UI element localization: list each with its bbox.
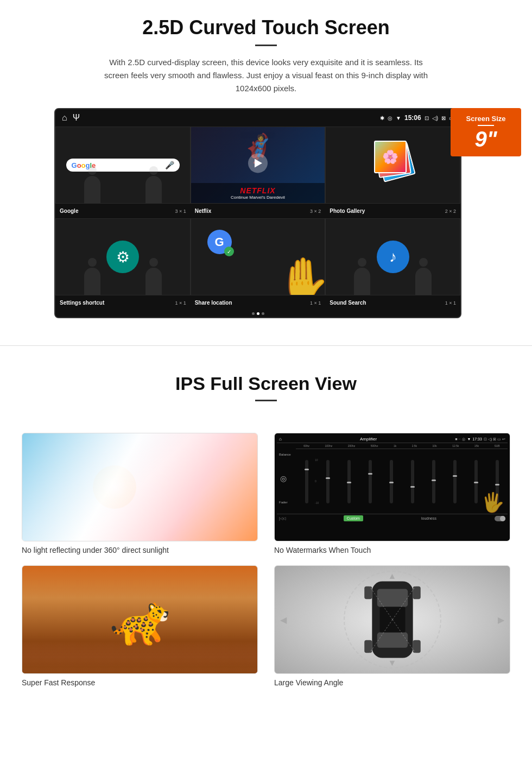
feature-no-light-reflect: No light reflecting under 360° direct su… <box>22 433 258 554</box>
google-search-bar[interactable]: Google 🎤 <box>66 159 180 172</box>
app-labels-top: Google 3 × 1 Netflix 3 × 2 Photo Gallery… <box>55 204 460 218</box>
netflix-app-cell[interactable]: 🦸 NETFLIX Continue Marvel's Daredevil <box>191 127 326 204</box>
eq-slider-5[interactable] <box>390 460 393 503</box>
eq-slider-2[interactable] <box>326 460 330 503</box>
amp-time: 17:33 <box>472 437 482 441</box>
app-labels-bottom: Settings shortcut 1 × 1 Share location 1… <box>55 295 460 310</box>
ghost-people-google <box>56 176 190 203</box>
netflix-logo: NETFLIX <box>195 186 321 195</box>
feature-label-1: No light reflecting under 360° direct su… <box>22 546 258 554</box>
sound-label: Sound Search 1 × 1 <box>325 298 460 307</box>
device-mockup: ⌂ Ψ ✱ ◎ ▼ 15:06 ⊡ ◁) ⊠ ▭ <box>54 108 478 318</box>
google-app-cell[interactable]: Google 🎤 <box>55 127 191 204</box>
amp-main: Balance ◎ Fader 60hz 100hz 200hz 500hz 1… <box>277 443 508 514</box>
netflix-subtitle: Continue Marvel's Daredevil <box>195 195 321 200</box>
eq-freq-labels: 60hz 100hz 200hz 500hz 1k 2.5k 10k 12.5k… <box>296 443 508 449</box>
status-bar-right: ✱ ◎ ▼ 15:06 ⊡ ◁) ⊠ ▭ <box>380 114 454 122</box>
sound-label-size: 1 × 1 <box>445 300 456 306</box>
nav-dot-1 <box>252 312 255 315</box>
google-maps-icon: G ✓ <box>207 230 232 254</box>
ghost-people-settings <box>56 268 190 295</box>
netflix-overlay: NETFLIX Continue Marvel's Daredevil <box>191 183 325 203</box>
photo-card-front: 🌸 <box>374 141 407 173</box>
settings-label-name: Settings shortcut <box>60 300 104 306</box>
google-label-size: 3 × 1 <box>175 209 186 214</box>
status-time: 15:06 <box>404 114 421 122</box>
close-icon: ⊠ <box>441 115 446 121</box>
eq-slider-6[interactable] <box>411 460 414 503</box>
eq-handle-10 <box>495 484 499 485</box>
eq-slider-4[interactable] <box>369 460 372 503</box>
sound-search-cell[interactable]: ♪ <box>325 218 460 295</box>
section2-title-divider <box>255 400 277 401</box>
nav-dot-3 <box>262 312 264 315</box>
amp-header: ⌂ Amplifier ■ ·· ◎ ▼ 17:33 ⊡ ◁) ⊠ ▭ ↩ <box>277 436 508 443</box>
amp-title: Amplifier <box>360 437 377 441</box>
google-label: Google 3 × 1 <box>55 206 191 216</box>
netflix-play-button[interactable] <box>248 153 268 173</box>
eq-handle-4 <box>368 473 372 475</box>
feature-viewing-angle: ▲ ▼ ◀ ▶ Large Viewing Angle <box>274 565 510 687</box>
bluetooth-icon: ✱ <box>380 115 384 121</box>
share-label-name: Share location <box>195 300 232 306</box>
device-status-bar: ⌂ Ψ ✱ ◎ ▼ 15:06 ⊡ ◁) ⊠ ▭ <box>55 109 460 127</box>
fader-label: Fader <box>279 501 294 504</box>
device-screen: ⌂ Ψ ✱ ◎ ▼ 15:06 ⊡ ◁) ⊠ ▭ <box>54 108 461 318</box>
gear-icon: ⚙ <box>116 248 130 266</box>
feature-label-3: Super Fast Response <box>22 678 258 687</box>
photo-gallery-cell[interactable]: 🌸 <box>325 127 460 204</box>
status-bar-left: ⌂ Ψ <box>62 113 80 123</box>
amp-footer: |◁◁ Custom loudness <box>277 514 508 522</box>
eq-slider-1[interactable] <box>305 460 308 503</box>
cheetah-background: 🐆 <box>22 566 257 673</box>
cheetah-emoji: 🐆 <box>110 591 170 648</box>
section2-title: IPS Full Screen View <box>33 373 499 394</box>
car-feature-image: ▲ ▼ ◀ ▶ <box>274 565 510 674</box>
badge-title: Screen Size <box>459 115 512 123</box>
feature-fast-response: 🐆 Super Fast Response <box>22 565 258 687</box>
car-background: ▲ ▼ ◀ ▶ <box>275 566 510 673</box>
cheetah-feature-image: 🐆 <box>22 565 258 674</box>
eq-handle-5 <box>389 482 394 483</box>
loudness-toggle[interactable] <box>495 516 505 521</box>
home-icon: ⌂ <box>62 113 67 123</box>
feature-grid: No light reflecting under 360° direct su… <box>0 422 532 698</box>
eq-handle-6 <box>410 486 415 488</box>
share-location-cell[interactable]: G ✓ 🤚 <box>191 218 326 295</box>
amplifier-screen: ⌂ Amplifier ■ ·· ◎ ▼ 17:33 ⊡ ◁) ⊠ ▭ ↩ Ba… <box>275 433 510 541</box>
badge-divider <box>478 125 494 126</box>
eq-slider-8[interactable] <box>453 460 457 503</box>
feature-label-4: Large Viewing Angle <box>274 678 510 687</box>
volume-icon: ◁) <box>432 115 438 121</box>
title-divider <box>255 45 277 46</box>
amp-custom-btn[interactable]: Custom <box>344 515 363 521</box>
eq-handle-1 <box>305 469 309 470</box>
sky-background <box>22 433 257 541</box>
wifi-icon: ▼ <box>396 115 401 121</box>
eq-slider-9[interactable] <box>474 460 478 503</box>
balance-knob: ◎ <box>280 474 294 483</box>
eq-slider-7[interactable] <box>432 460 435 503</box>
balance-label: Balance <box>279 453 294 456</box>
share-label: Share location 1 × 1 <box>191 298 326 307</box>
section-curved-screen: 2.5D Curved Touch Screen With 2.5D curve… <box>0 0 532 329</box>
badge-size: 9" <box>474 127 497 151</box>
share-content: G ✓ 🤚 <box>191 219 325 295</box>
section1-description: With 2.5D curved-display screen, this de… <box>98 56 434 95</box>
eq-slider-3[interactable] <box>347 460 351 503</box>
settings-app-cell[interactable]: ⚙ <box>55 218 191 295</box>
eq-handle-9 <box>474 482 478 483</box>
eq-scale: 10 0 -10 <box>315 449 319 514</box>
photo-content: 🌸 <box>326 127 460 203</box>
photo-stack: 🌸 <box>369 141 417 190</box>
google-label-name: Google <box>60 208 78 214</box>
ghost-people-sound <box>326 268 460 295</box>
photo-label-name: Photo Gallery <box>330 208 365 214</box>
location-icon: ◎ <box>388 115 392 121</box>
amp-status-icons: ■ ·· ◎ ▼ 17:33 ⊡ ◁) ⊠ ▭ ↩ <box>455 437 505 441</box>
eq-handle-3 <box>347 482 351 483</box>
netflix-label: Netflix 3 × 2 <box>191 206 326 216</box>
sound-label-name: Sound Search <box>330 300 366 306</box>
amp-hand-icon: 🖐 <box>481 491 505 514</box>
eq-handle-8 <box>453 475 457 477</box>
